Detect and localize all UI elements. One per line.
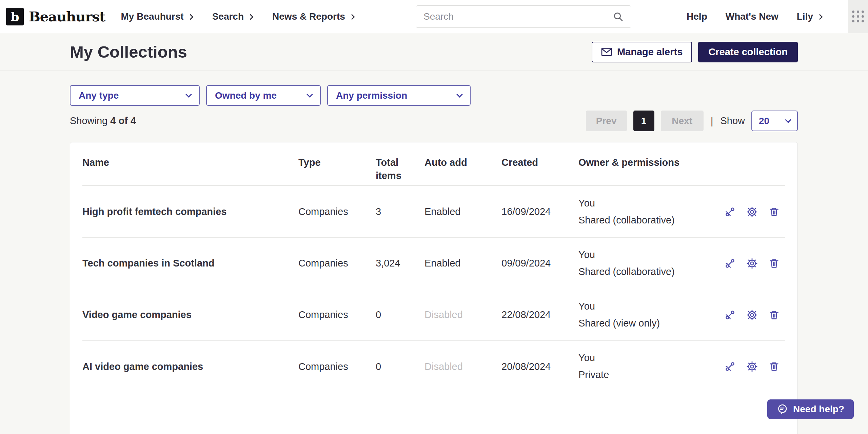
column-header-type: Type <box>298 156 376 169</box>
owner-permissions-cell: You Private <box>578 350 724 383</box>
collection-type: Companies <box>298 361 376 372</box>
delete-button[interactable] <box>768 258 780 269</box>
delete-button[interactable] <box>768 361 780 372</box>
page-title: My Collections <box>70 42 187 61</box>
brand-logo[interactable]: b Beauhurst <box>6 8 105 25</box>
current-page-button[interactable]: 1 <box>633 111 654 131</box>
prev-page-button[interactable]: Prev <box>586 111 627 131</box>
nav-user-menu[interactable]: Lily <box>797 11 822 22</box>
search-icon <box>613 11 624 22</box>
owner-filter-dropdown[interactable]: Owned by me <box>206 85 321 106</box>
share-icon <box>724 309 736 321</box>
auto-add-status: Disabled <box>425 309 501 320</box>
top-navbar: b Beauhurst My Beauhurst Search News & R… <box>0 0 868 33</box>
share-icon <box>724 361 736 372</box>
show-label: Show <box>720 115 745 126</box>
create-collection-button[interactable]: Create collection <box>698 42 798 62</box>
search-input[interactable] <box>423 11 613 22</box>
table-row: Tech companies in Scotland Companies 3,0… <box>82 238 785 289</box>
showing-count: 4 of 4 <box>110 115 136 126</box>
type-filter-dropdown[interactable]: Any type <box>70 85 200 106</box>
owner-permissions-cell: You Shared (view only) <box>578 298 724 332</box>
permission-filter-value: Any permission <box>336 90 407 101</box>
collections-table: Name Type Total items Auto add Created O… <box>70 142 798 434</box>
header-actions: Manage alerts Create collection <box>592 42 798 62</box>
trash-icon <box>768 361 780 372</box>
share-button[interactable] <box>724 206 736 218</box>
chevron-down-icon <box>307 91 313 97</box>
need-help-button[interactable]: Need help? <box>767 399 854 419</box>
share-button[interactable] <box>724 309 736 321</box>
collection-type: Companies <box>298 206 376 217</box>
settings-button[interactable] <box>746 206 758 218</box>
owner-permissions-cell: You Shared (collaborative) <box>578 246 724 280</box>
owner-label: You <box>578 195 724 212</box>
permission-label: Shared (view only) <box>578 315 724 332</box>
nav-help[interactable]: Help <box>687 11 707 22</box>
chevron-right-icon <box>817 14 823 20</box>
table-header-row: Name Type Total items Auto add Created O… <box>82 142 785 186</box>
permission-filter-dropdown[interactable]: Any permission <box>327 85 471 106</box>
column-header-created: Created <box>501 156 578 169</box>
page-size-value: 20 <box>759 116 769 126</box>
nav-news-reports[interactable]: News & Reports <box>272 11 354 22</box>
nav-label: News & Reports <box>272 11 345 22</box>
row-actions <box>724 309 785 321</box>
brand-name: Beauhurst <box>29 8 105 24</box>
trash-icon <box>768 206 780 218</box>
gear-icon <box>746 206 758 218</box>
share-icon <box>724 206 736 218</box>
manage-alerts-button[interactable]: Manage alerts <box>592 42 692 62</box>
nav-label: My Beauhurst <box>121 11 184 22</box>
collection-name-link[interactable]: Video game companies <box>82 309 298 320</box>
trash-icon <box>768 309 780 321</box>
table-row: AI video game companies Companies 0 Disa… <box>82 341 785 392</box>
nav-whats-new[interactable]: What's New <box>726 11 778 22</box>
collection-name-link[interactable]: High profit femtech companies <box>82 206 298 217</box>
nav-label: Help <box>687 11 707 22</box>
collection-total-items: 0 <box>376 361 425 372</box>
permission-label: Shared (collaborative) <box>578 212 724 229</box>
filter-bar: Any type Owned by me Any permission <box>70 85 798 106</box>
table-body: High profit femtech companies Companies … <box>82 186 785 392</box>
chevron-right-icon <box>188 14 193 20</box>
chat-icon <box>777 404 788 414</box>
collection-created-date: 16/09/2024 <box>501 206 578 217</box>
collection-created-date: 09/09/2024 <box>501 258 578 269</box>
nav-my-beauhurst[interactable]: My Beauhurst <box>121 11 193 22</box>
app-launcher-button[interactable] <box>848 0 868 33</box>
chevron-down-icon <box>456 91 462 97</box>
envelope-icon <box>601 47 612 56</box>
next-page-button[interactable]: Next <box>661 111 704 131</box>
settings-button[interactable] <box>746 309 758 321</box>
collection-name-link[interactable]: Tech companies in Scotland <box>82 258 298 269</box>
collection-total-items: 3,024 <box>376 258 425 269</box>
page-size-dropdown[interactable]: 20 <box>751 111 798 131</box>
share-icon <box>724 258 736 269</box>
chevron-down-icon <box>185 91 192 97</box>
collection-name-link[interactable]: AI video game companies <box>82 361 298 372</box>
column-header-name: Name <box>82 156 298 169</box>
collection-type: Companies <box>298 309 376 320</box>
owner-permissions-cell: You Shared (collaborative) <box>578 195 724 229</box>
create-collection-label: Create collection <box>708 46 788 58</box>
delete-button[interactable] <box>768 309 780 321</box>
need-help-label: Need help? <box>793 404 844 415</box>
column-header-auto-add: Auto add <box>425 156 501 169</box>
pagination-divider: | <box>711 115 713 127</box>
settings-button[interactable] <box>746 361 758 372</box>
table-row: High profit femtech companies Companies … <box>82 186 785 238</box>
share-button[interactable] <box>724 258 736 269</box>
auto-add-status: Disabled <box>425 361 501 372</box>
navbar-right: Help What's New Lily <box>687 0 868 33</box>
nav-search[interactable]: Search <box>212 11 253 22</box>
row-actions <box>724 361 785 372</box>
delete-button[interactable] <box>768 206 780 218</box>
main-nav: My Beauhurst Search News & Reports <box>121 11 354 22</box>
pagination: Prev 1 Next | Show 20 <box>586 111 798 131</box>
settings-button[interactable] <box>746 258 758 269</box>
table-row: Video game companies Companies 0 Disable… <box>82 289 785 341</box>
share-button[interactable] <box>724 361 736 372</box>
global-search-box[interactable] <box>416 5 631 28</box>
type-filter-value: Any type <box>79 90 119 101</box>
